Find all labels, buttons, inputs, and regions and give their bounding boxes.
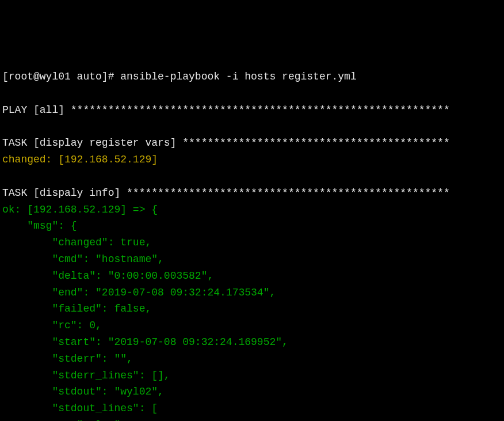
command-text: ansible-playbook -i hosts register.yml [120,71,356,82]
play-header: PLAY [all] *****************************… [2,102,502,119]
msg-cmd: "cmd": "hostname", [2,251,502,268]
msg-stdout-lines-open: "stdout_lines": [ [2,400,502,417]
msg-changed: "changed": true, [2,234,502,251]
shell-prompt: [root@wyl01 auto]# [2,71,120,82]
msg-delta: "delta": "0:00:00.003582", [2,268,502,285]
msg-stdout: "stdout": "wyl02", [2,384,502,400]
msg-end: "end": "2019-07-08 09:32:24.173534", [2,285,502,301]
prompt-line: [root@wyl01 auto]# ansible-playbook -i h… [2,69,502,85]
msg-open: "msg": { [2,218,502,234]
task1-header: TASK [display register vars] ***********… [2,135,502,151]
msg-start: "start": "2019-07-08 09:32:24.169952", [2,334,502,351]
task2-status: ok: [192.168.52.129] => { [2,202,502,218]
task1-status: changed: [192.168.52.129] [2,151,502,168]
task2-header: TASK [dispaly info] ********************… [2,185,502,202]
msg-stderr-lines: "stderr_lines": [], [2,367,502,384]
msg-rc: "rc": 0, [2,317,502,334]
msg-failed: "failed": false, [2,301,502,317]
msg-stderr: "stderr": "", [2,351,502,367]
msg-stdout-lines-item: "wyl02" [2,417,502,421]
